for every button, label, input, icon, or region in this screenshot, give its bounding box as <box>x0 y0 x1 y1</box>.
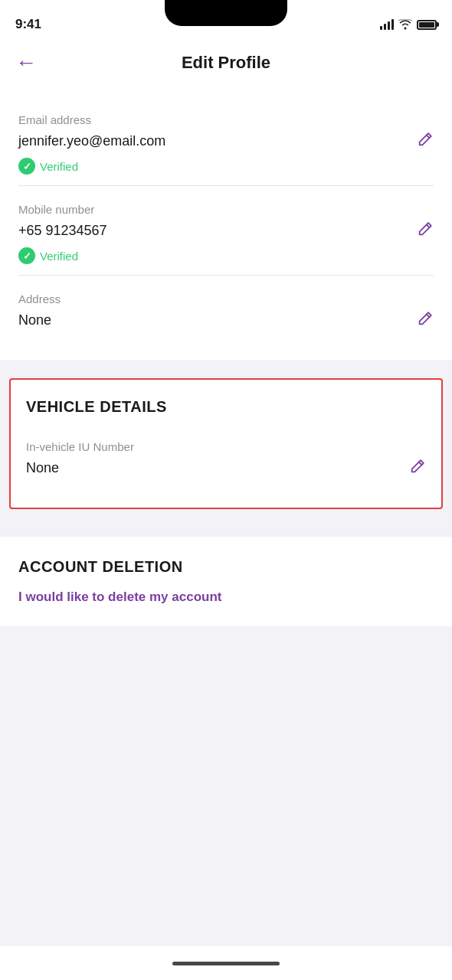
mobile-label: Mobile number <box>18 203 434 216</box>
page-title: Edit Profile <box>182 53 270 73</box>
home-bar <box>172 962 280 965</box>
nav-header: ← Edit Profile <box>0 41 452 84</box>
account-deletion-section: ACCOUNT DELETION I would like to delete … <box>0 537 452 626</box>
signal-icon <box>380 19 394 30</box>
email-value: jennifer.yeo@email.com <box>18 133 165 149</box>
address-edit-button[interactable] <box>417 310 434 331</box>
battery-icon <box>417 20 437 30</box>
home-indicator <box>0 946 452 980</box>
iu-number-value: None <box>26 460 59 476</box>
address-label: Address <box>18 292 434 305</box>
section-separator-1 <box>0 369 452 378</box>
status-bar: 9:41 <box>0 0 452 41</box>
back-button[interactable]: ← <box>15 52 37 74</box>
email-edit-button[interactable] <box>417 131 434 152</box>
iu-number-field-row: In-vehicle IU Number None <box>26 430 426 489</box>
status-icons <box>380 19 437 30</box>
iu-number-label: In-vehicle IU Number <box>26 440 426 453</box>
status-time: 9:41 <box>15 17 41 32</box>
deletion-title: ACCOUNT DELETION <box>18 558 434 576</box>
vehicle-section-title: VEHICLE DETAILS <box>26 398 426 416</box>
mobile-field-row: Mobile number +65 91234567 Verified <box>18 192 434 276</box>
delete-account-link[interactable]: I would like to delete my account <box>18 590 221 604</box>
email-verified-badge: Verified <box>18 158 434 175</box>
email-verified-text: Verified <box>40 160 78 173</box>
email-field-row: Email address jennifer.yeo@email.com Ver… <box>18 103 434 186</box>
wifi-icon <box>398 19 412 30</box>
notch <box>165 0 287 26</box>
mobile-verified-check-icon <box>18 247 35 264</box>
mobile-verified-text: Verified <box>40 250 78 263</box>
address-value: None <box>18 312 51 328</box>
mobile-verified-badge: Verified <box>18 247 434 264</box>
contact-section: Email address jennifer.yeo@email.com Ver… <box>0 84 452 360</box>
section-separator-2 <box>0 518 452 537</box>
mobile-value: +65 91234567 <box>18 223 107 239</box>
mobile-edit-button[interactable] <box>417 220 434 241</box>
email-label: Email address <box>18 113 434 126</box>
iu-number-edit-button[interactable] <box>409 458 426 479</box>
vehicle-section: VEHICLE DETAILS In-vehicle IU Number Non… <box>9 378 443 509</box>
verified-check-icon <box>18 158 35 175</box>
address-field-row: Address None <box>18 282 434 341</box>
